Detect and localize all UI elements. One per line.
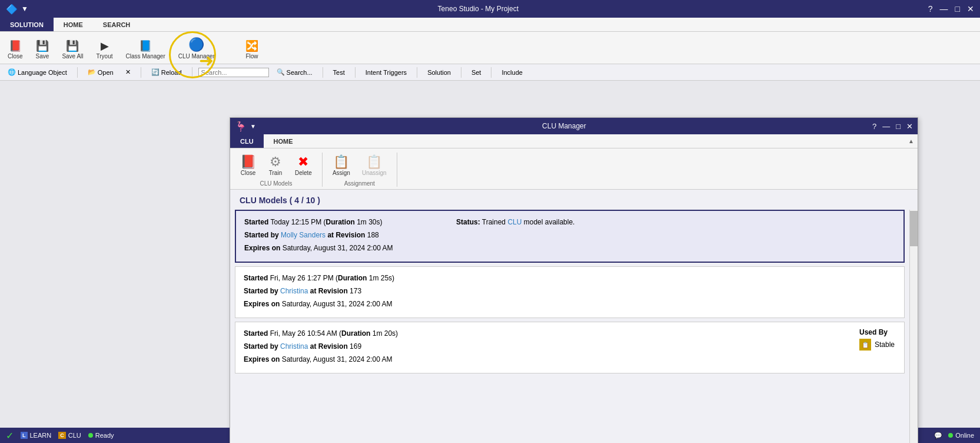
reload-icon: 🔄 [151, 68, 160, 76]
clu-title-dropdown[interactable]: ▼ [250, 123, 256, 130]
clu-tab-home[interactable]: HOME [264, 134, 303, 148]
status-clu-label: CLU [68, 432, 81, 439]
clu-close-button[interactable]: 📕 Close [235, 153, 261, 179]
toolbar-solution[interactable]: Solution [423, 67, 455, 78]
toolbar-remove[interactable]: ✕ [121, 67, 135, 78]
ribbon-class-manager-button[interactable]: 📘 Class Manager [120, 38, 170, 61]
toolbar-solution-label: Solution [427, 69, 451, 76]
model-card-3[interactable]: Started Fri, May 26 10:54 AM (Duration 1… [235, 322, 905, 373]
ribbon-close-button[interactable]: 📕 Close [2, 38, 28, 61]
toolbar-open[interactable]: 📂 Open [84, 67, 118, 78]
toolbar-separator-3 [192, 67, 192, 78]
title-bar-left: 🔷 ▼ [6, 4, 28, 15]
toolbar-language-object[interactable]: 🌐 Language Object [4, 67, 71, 78]
clu-title-left: 🦩 ▼ [235, 121, 256, 132]
ribbon-save-label: Save [36, 53, 49, 59]
status-online-item: Online [948, 432, 974, 439]
toolbar-search-btn[interactable]: 🔍 Search... [273, 67, 317, 78]
clu-train-icon: ⚙ [270, 156, 281, 168]
title-bar-controls: ? — □ ✕ [928, 4, 974, 14]
scrollbar-thumb[interactable] [910, 211, 918, 246]
clu-assign-button[interactable]: 📋 Assign [327, 153, 356, 179]
model-3-started-by: Started by Christina at Revision 169 [244, 341, 444, 352]
clu-tab-clu[interactable]: CLU [230, 134, 264, 148]
clu-assign-icon: 📋 [333, 156, 349, 168]
outer-ribbon-content: 📕 Close 💾 Save 💾 Save All ▶ Tryout 📘 Cla [0, 32, 980, 64]
model-card-3-left: Started Fri, May 26 10:54 AM (Duration 1… [244, 328, 444, 367]
stable-label: Stable [875, 340, 895, 349]
toolbar-set-label: Set [471, 69, 481, 76]
model-2-expires: Expires on Saturday, August 31, 2024 2:0… [244, 299, 444, 309]
toolbar-separator-8 [491, 67, 491, 78]
toolbar-test[interactable]: Test [329, 67, 349, 78]
model-card-2-left: Started Fri, May 26 1:27 PM (Duration 1m… [244, 273, 444, 312]
close-app-button[interactable]: ✕ [967, 4, 974, 14]
clu-close-button[interactable]: ✕ [906, 122, 913, 131]
toolbar-search-label: Search... [287, 69, 313, 76]
scrollbar-track[interactable] [909, 210, 918, 443]
toolbar-test-label: Test [333, 69, 345, 76]
used-by-stable: 📋 Stable [859, 339, 895, 351]
tab-home[interactable]: HOME [54, 18, 93, 31]
model-card-1[interactable]: Started Today 12:15 PM (Duration 1m 30s)… [235, 210, 905, 263]
chat-icon[interactable]: 💬 [934, 432, 942, 439]
clu-models-buttons: 📕 Close ⚙ Train ✖ Delete [235, 153, 317, 179]
clu-unassign-button[interactable]: 📋 Unassign [357, 153, 392, 179]
clu-status-icon: C [58, 432, 66, 439]
status-clu-item: C CLU [58, 432, 81, 439]
clu-unassign-icon: 📋 [366, 156, 382, 168]
clu-assign-label: Assign [333, 170, 350, 176]
save-icon: 💾 [36, 39, 49, 52]
toolbar-separator-1 [77, 67, 78, 78]
maximize-button[interactable]: □ [955, 4, 960, 14]
model-3-started: Started Fri, May 26 10:54 AM (Duration 1… [244, 328, 444, 339]
toolbar-include-label: Include [501, 69, 522, 76]
tab-search[interactable]: SEARCH [93, 18, 140, 31]
ribbon-flow-label: Flow [245, 53, 258, 59]
model-1-expires: Expires on Saturday, August 31, 2024 2:0… [244, 243, 444, 253]
model-card-3-right: Used By 📋 Stable [444, 328, 896, 367]
toolbar-reload[interactable]: 🔄 Reload [147, 67, 186, 78]
clu-help-button[interactable]: ? [872, 122, 876, 131]
tab-solution[interactable]: SOLUTION [0, 18, 54, 31]
status-ready-label: Ready [95, 432, 114, 439]
clu-manager-window: 🦩 ▼ CLU Manager ? — □ ✕ CLU HOME ▲ [230, 117, 918, 443]
clu-title-bar: 🦩 ▼ CLU Manager ? — □ ✕ [230, 118, 918, 134]
toolbar-set[interactable]: Set [467, 67, 486, 78]
clu-minimize-button[interactable]: — [882, 122, 890, 131]
title-bar: 🔷 ▼ Teneo Studio - My Project ? — □ ✕ [0, 0, 980, 18]
flow-icon: 🔀 [245, 39, 258, 52]
clu-ribbon-tabs: CLU HOME ▲ [230, 134, 918, 148]
remove-icon: ✕ [125, 68, 131, 76]
tryout-icon: ▶ [101, 39, 109, 52]
clu-assignment-group-label: Assignment [344, 180, 375, 187]
ribbon-flow-button[interactable]: 🔀 Flow [240, 38, 264, 61]
clu-maximize-button[interactable]: □ [896, 122, 901, 131]
model-1-started: Started Today 12:15 PM (Duration 1m 30s) [244, 217, 444, 227]
help-button[interactable]: ? [928, 4, 933, 14]
toolbar-intent-triggers[interactable]: Intent Triggers [361, 67, 411, 78]
ribbon-tryout-button[interactable]: ▶ Tryout [91, 38, 118, 61]
clu-window-title: CLU Manager [542, 122, 586, 130]
highlight-arrow: ➜ [199, 50, 214, 71]
minimize-button[interactable]: — [940, 4, 948, 14]
clu-expand-icon[interactable]: ▲ [908, 134, 918, 148]
app-title: Teneo Studio - My Project [28, 5, 928, 13]
clu-train-button[interactable]: ⚙ Train [263, 153, 288, 179]
ribbon-save-button[interactable]: 💾 Save [31, 38, 55, 61]
clu-body: CLU Models ( 4 / 10 ) Started Today 12:1… [230, 190, 918, 443]
toolbar-open-label: Open [98, 69, 114, 76]
learn-icon: L [21, 432, 28, 439]
status-online-label: Online [955, 432, 974, 439]
model-card-2[interactable]: Started Fri, May 26 1:27 PM (Duration 1m… [235, 266, 905, 318]
title-bar-dropdown[interactable]: ▼ [21, 5, 28, 13]
clu-assignment-group: 📋 Assign 📋 Unassign Assignment [327, 153, 397, 187]
toolbar-intent-triggers-label: Intent Triggers [366, 69, 407, 76]
clu-unassign-label: Unassign [362, 170, 387, 176]
ribbon-save-all-button[interactable]: 💾 Save All [57, 38, 88, 61]
toolbar-include[interactable]: Include [497, 67, 526, 78]
clu-delete-button[interactable]: ✖ Delete [290, 153, 317, 179]
used-by-label: Used By [859, 328, 888, 336]
status-bar-right: 💬 Online [934, 432, 974, 439]
clu-train-label: Train [269, 170, 282, 176]
